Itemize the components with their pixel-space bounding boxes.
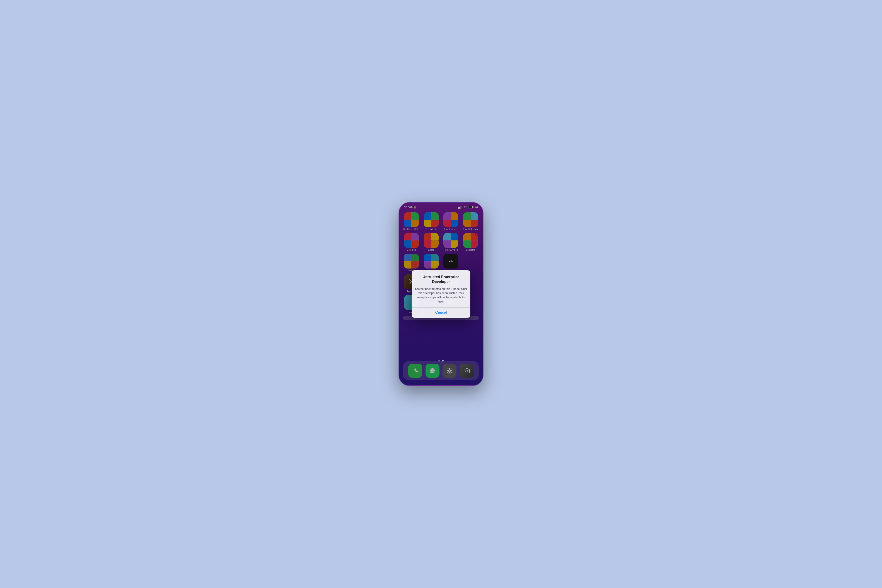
- phone-frame: 11:44 🔒 74: [399, 202, 483, 386]
- dialog-cancel-button[interactable]: Cancel: [412, 307, 470, 318]
- dialog-title: Untrusted Enterprise Developer: [415, 274, 467, 284]
- dialog-overlay: Untrusted Enterprise Developer has not b…: [399, 202, 483, 386]
- dialog-message: has not been trusted on this iPhone. Unt…: [415, 287, 467, 304]
- dialog-content: Untrusted Enterprise Developer has not b…: [412, 270, 470, 307]
- alert-dialog: Untrusted Enterprise Developer has not b…: [412, 270, 470, 318]
